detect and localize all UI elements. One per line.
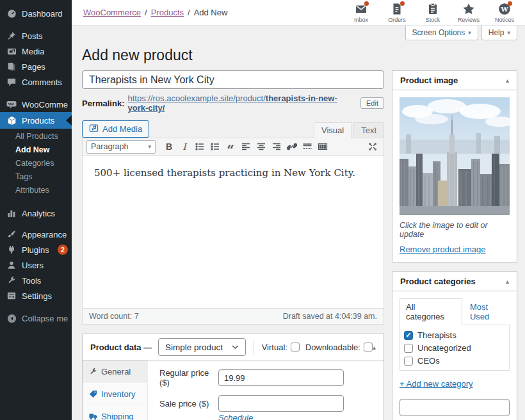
toolbar-toggle-icon: [318, 141, 328, 152]
activity-stock-button[interactable]: Stock: [415, 0, 451, 25]
sidebar-item-label: Analytics: [22, 209, 55, 218]
editor-content-area[interactable]: 500+ licensed therapists practicing in N…: [83, 156, 384, 308]
plugin-icon: [6, 245, 17, 255]
activity-label: Orders: [388, 17, 406, 23]
edit-permalink-button[interactable]: Edit: [360, 97, 384, 109]
fullscreen-button[interactable]: [366, 140, 380, 154]
side-column: Product image ▴: [392, 70, 517, 420]
activity-reviews-button[interactable]: Reviews: [451, 0, 487, 25]
woocommerce-icon: [6, 99, 17, 109]
editor-mode-tabs: Visual Text: [312, 122, 384, 138]
sidebar-item-comments[interactable]: Comments: [0, 74, 72, 90]
tab-visual[interactable]: Visual: [314, 122, 351, 138]
add-new-category-link[interactable]: + Add new category: [400, 379, 473, 389]
sidebar-item-analytics[interactable]: Analytics: [0, 206, 72, 221]
help-button[interactable]: Help ▾: [481, 26, 517, 40]
regular-price-input[interactable]: [218, 369, 344, 386]
sidebar-item-users[interactable]: Users: [0, 257, 72, 273]
product-data-tabs: General Inventory Shipping: [83, 360, 148, 420]
sidebar-item-plugins[interactable]: Plugins 2: [0, 242, 72, 257]
product-data-panel: Product data — Simple product Virtual: D…: [82, 334, 384, 420]
submenu-item-attributes[interactable]: Attributes: [0, 184, 72, 197]
permalink-row: Permalink: https://ros.acoolexample.site…: [82, 93, 384, 113]
breadcrumb-link-products[interactable]: Products: [151, 8, 184, 17]
screen-meta-links: Screen Options ▾ Help ▾: [405, 26, 517, 40]
blockquote-button[interactable]: “: [223, 140, 238, 154]
product-image-thumbnail[interactable]: [400, 97, 510, 215]
tab-most-used[interactable]: Most Used: [470, 302, 510, 325]
italic-button[interactable]: I: [177, 140, 191, 154]
notification-dot: [364, 1, 369, 6]
remove-product-image-link[interactable]: Remove product image: [400, 245, 485, 254]
new-category-name-input[interactable]: [400, 399, 510, 416]
toolbar-toggle-button[interactable]: [316, 140, 330, 154]
product-categories-header: Product categories ▴: [392, 272, 517, 291]
panel-collapse-toggle[interactable]: ▴: [506, 278, 509, 285]
sidebar-item-label: Products: [22, 116, 54, 125]
panel-collapse-toggle[interactable]: ▴: [506, 77, 509, 84]
submenu-item-tags[interactable]: Tags: [0, 170, 72, 184]
breadcrumb-link-woocommerce[interactable]: WooCommerce: [83, 8, 141, 17]
editor-column: Permalink: https://ros.acoolexample.site…: [82, 70, 384, 420]
sidebar-item-woocommerce[interactable]: WooCommerce: [0, 97, 72, 112]
activity-inbox-button[interactable]: Inbox: [343, 0, 379, 25]
products-submenu: All Products Add New Categories Tags Att…: [0, 129, 72, 200]
link-button[interactable]: [285, 140, 299, 154]
tab-label: General: [101, 367, 131, 376]
sidebar-item-products[interactable]: Products: [0, 112, 72, 129]
screen-options-button[interactable]: Screen Options ▾: [405, 26, 478, 40]
tab-shipping[interactable]: Shipping: [83, 405, 147, 420]
product-type-value: Simple product: [165, 343, 223, 352]
product-title-input[interactable]: [82, 70, 384, 89]
category-item: Therapists: [404, 330, 505, 340]
chevron-down-icon: ▾: [468, 29, 471, 36]
align-left-button[interactable]: [239, 140, 253, 154]
category-checkbox-therapists[interactable]: [404, 331, 413, 340]
product-categories-title: Product categories: [400, 277, 476, 286]
sale-price-input[interactable]: [218, 395, 344, 412]
sidebar-item-tools[interactable]: Tools: [0, 273, 72, 288]
sidebar-item-media[interactable]: Media: [0, 44, 72, 59]
tab-inventory[interactable]: Inventory: [83, 383, 147, 405]
sidebar-item-posts[interactable]: Posts: [0, 28, 72, 44]
activity-notices-button[interactable]: W Notices: [487, 0, 522, 25]
product-type-select[interactable]: Simple product: [158, 338, 246, 356]
downloadable-checkbox[interactable]: [364, 343, 373, 351]
read-more-tag-button[interactable]: [300, 140, 314, 154]
align-center-button[interactable]: [254, 140, 268, 154]
bold-button[interactable]: B: [162, 140, 176, 154]
sidebar-item-appearance[interactable]: Appearance: [0, 227, 72, 242]
numbered-list-button[interactable]: [208, 140, 222, 154]
add-media-button[interactable]: Add Media: [82, 120, 149, 138]
settings-icon: [6, 291, 17, 301]
category-checkbox-ceos[interactable]: [404, 357, 413, 366]
panel-collapse-toggle[interactable]: ▴: [373, 344, 376, 351]
word-count: Word count: 7: [89, 312, 139, 321]
chevron-down-icon: [232, 345, 239, 350]
paragraph-format-select[interactable]: Paragraph ▾: [86, 140, 156, 154]
tab-general[interactable]: General: [83, 360, 147, 383]
submenu-item-all-products[interactable]: All Products: [0, 130, 72, 143]
align-right-button[interactable]: [270, 140, 284, 154]
chevron-down-icon: ▾: [148, 143, 151, 150]
submenu-item-categories[interactable]: Categories: [0, 157, 72, 170]
category-checkbox-uncategorized[interactable]: [404, 344, 413, 353]
activity-orders-button[interactable]: Orders: [379, 0, 415, 25]
sidebar-item-label: Collapse menu: [22, 314, 68, 323]
sidebar-item-pages[interactable]: Pages: [0, 59, 72, 74]
sidebar-item-label: Media: [22, 47, 44, 56]
sidebar-item-settings[interactable]: Settings: [0, 288, 72, 303]
schedule-link[interactable]: Schedule: [218, 413, 253, 420]
fullscreen-icon: [368, 142, 377, 151]
tab-all-categories[interactable]: All categories: [400, 298, 462, 325]
sidebar-item-dashboard[interactable]: Dashboard: [0, 6, 72, 21]
align-right-icon: [271, 141, 282, 152]
wrench-icon: [89, 368, 97, 376]
sidebar-item-label: Posts: [22, 31, 43, 41]
tab-text[interactable]: Text: [353, 122, 384, 138]
collapse-menu-button[interactable]: Collapse menu: [0, 311, 72, 326]
permalink-url[interactable]: https://ros.acoolexample.site/product/th…: [127, 93, 357, 113]
bullet-list-button[interactable]: [193, 140, 207, 154]
submenu-item-add-new[interactable]: Add New: [0, 143, 72, 157]
virtual-checkbox[interactable]: [291, 343, 300, 351]
